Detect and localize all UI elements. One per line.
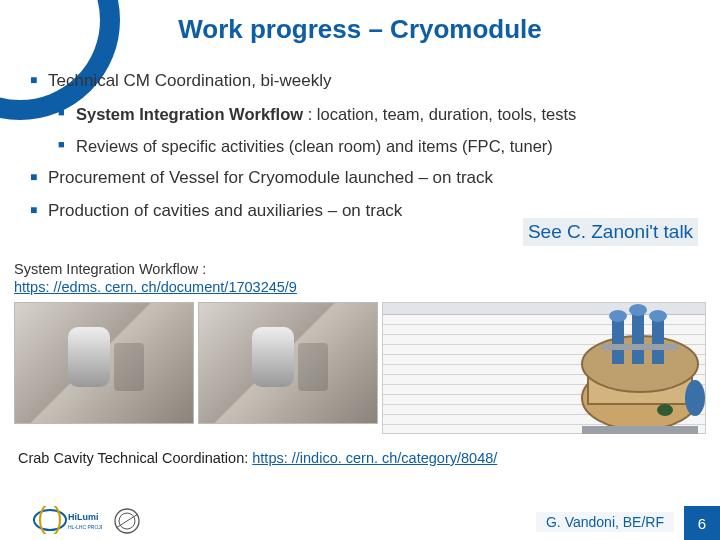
author-byline: G. Vandoni, BE/RF	[536, 512, 674, 532]
footer: HiLumiHL-LHC PROJECT G. Vandoni, BE/RF 6	[0, 500, 720, 540]
cctc-reference: Crab Cavity Technical Coordination: http…	[18, 450, 497, 466]
svg-rect-11	[582, 426, 698, 434]
bullet-siw-rest: : location, team, duration, tools, tests	[303, 105, 576, 123]
svg-text:HiLumi: HiLumi	[68, 512, 99, 522]
siw-link[interactable]: https: //edms. cern. ch/document/1703245…	[14, 279, 297, 295]
hilumi-logo: HiLumiHL-LHC PROJECT	[32, 506, 102, 534]
svg-point-3	[685, 380, 705, 416]
cryomodule-cad-render	[570, 288, 710, 448]
siw-reference: System Integration Workflow : https: //e…	[14, 260, 297, 296]
bullet-siw-bold: System Integration Workflow	[76, 105, 303, 123]
svg-rect-5	[632, 312, 644, 364]
cctc-label: Crab Cavity Technical Coordination:	[18, 450, 252, 466]
bullet-procurement: Procurement of Vessel for Cryomodule lau…	[30, 167, 698, 190]
svg-rect-6	[652, 318, 664, 364]
svg-rect-4	[612, 318, 624, 364]
slide: Work progress – Cryomodule Technical CM …	[0, 0, 720, 540]
cctc-link[interactable]: https: //indico. cern. ch/category/8048/	[252, 450, 497, 466]
svg-text:HL-LHC PROJECT: HL-LHC PROJECT	[68, 524, 102, 530]
page-number: 6	[684, 506, 720, 540]
cern-logo	[112, 506, 142, 536]
callout-zanoni: See C. Zanoni't talk	[523, 218, 698, 246]
slide-title: Work progress – Cryomodule	[0, 14, 720, 45]
siw-label: System Integration Workflow :	[14, 261, 206, 277]
svg-point-13	[34, 510, 66, 530]
bullet-siw: System Integration Workflow : location, …	[58, 103, 698, 125]
content-area: Technical CM Coordination, bi-weekly Sys…	[22, 60, 698, 233]
photo-cavity-parts-2	[198, 302, 378, 424]
photo-cavity-parts-1	[14, 302, 194, 424]
svg-rect-10	[602, 344, 678, 350]
svg-point-7	[609, 310, 627, 322]
bullet-reviews: Reviews of specific activities (clean ro…	[58, 135, 698, 157]
bullet-coordination: Technical CM Coordination, bi-weekly	[30, 70, 698, 93]
svg-point-12	[657, 404, 673, 416]
svg-point-8	[629, 304, 647, 316]
svg-point-9	[649, 310, 667, 322]
